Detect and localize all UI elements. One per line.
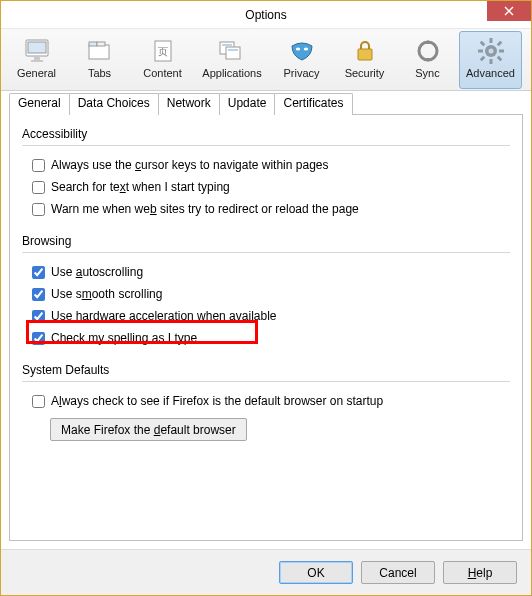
category-label: Privacy — [283, 68, 319, 79]
checkbox[interactable] — [32, 181, 45, 194]
category-label: Tabs — [88, 68, 111, 79]
category-label: General — [17, 68, 56, 79]
svg-rect-2 — [34, 57, 40, 60]
category-security[interactable]: Security — [333, 31, 396, 89]
svg-rect-10 — [226, 47, 240, 59]
svg-rect-24 — [496, 41, 502, 47]
svg-rect-12 — [228, 49, 238, 51]
svg-rect-22 — [479, 41, 485, 47]
option-label: Always check to see if Firefox is the de… — [51, 392, 383, 410]
option-label: Search for text when I start typing — [51, 178, 230, 196]
window-title: Options — [245, 8, 286, 22]
svg-rect-3 — [31, 60, 43, 62]
svg-rect-25 — [479, 56, 485, 62]
checkbox[interactable] — [32, 203, 45, 216]
option-hw-accel[interactable]: Use hardware acceleration when available — [22, 305, 510, 327]
option-label: Use smooth scrolling — [51, 285, 162, 303]
svg-rect-11 — [222, 44, 232, 46]
subtab-general[interactable]: General — [9, 93, 70, 115]
sync-icon — [413, 36, 443, 66]
option-label: Check my spelling as I type — [51, 329, 197, 347]
document-icon: 页 — [148, 36, 178, 66]
svg-rect-18 — [489, 38, 492, 43]
subtab-strip: General Data Choices Network Update Cert… — [9, 93, 523, 115]
option-label: Use hardware acceleration when available — [51, 307, 276, 325]
checkbox[interactable] — [32, 266, 45, 279]
subtab-network[interactable]: Network — [158, 93, 220, 115]
option-warn-redirect[interactable]: Warn me when web sites try to redirect o… — [22, 198, 510, 220]
option-default-browser-check[interactable]: Always check to see if Firefox is the de… — [22, 390, 510, 412]
svg-rect-5 — [89, 42, 97, 46]
checkbox[interactable] — [32, 159, 45, 172]
cancel-button[interactable]: Cancel — [361, 561, 435, 584]
svg-rect-23 — [496, 56, 502, 62]
category-tabs[interactable]: Tabs — [68, 31, 131, 89]
tabs-icon — [85, 36, 115, 66]
category-toolbar: General Tabs 页 Content Applications Priv… — [1, 29, 531, 91]
category-label: Advanced — [466, 68, 515, 79]
svg-text:页: 页 — [158, 46, 168, 57]
checkbox[interactable] — [32, 332, 45, 345]
svg-point-26 — [488, 49, 493, 54]
option-cursor-keys[interactable]: Always use the cursor keys to navigate w… — [22, 154, 510, 176]
group-title: Browsing — [22, 234, 510, 248]
checkbox[interactable] — [32, 310, 45, 323]
svg-rect-20 — [478, 50, 483, 53]
titlebar: Options — [1, 1, 531, 29]
svg-point-16 — [419, 42, 437, 60]
make-default-button[interactable]: Make Firefox the default browser — [50, 418, 247, 441]
svg-point-13 — [295, 48, 299, 51]
svg-point-14 — [303, 48, 307, 51]
category-label: Applications — [202, 68, 261, 79]
content-area: General Data Choices Network Update Cert… — [9, 93, 523, 541]
svg-rect-15 — [358, 49, 372, 60]
option-label: Warn me when web sites try to redirect o… — [51, 200, 359, 218]
checkbox[interactable] — [32, 395, 45, 408]
category-applications[interactable]: Applications — [194, 31, 270, 89]
monitor-icon — [22, 36, 52, 66]
category-label: Content — [143, 68, 182, 79]
option-label: Use autoscrolling — [51, 263, 143, 281]
close-button[interactable] — [487, 1, 531, 21]
option-spell-check[interactable]: Check my spelling as I type — [22, 327, 510, 349]
option-label: Always use the cursor keys to navigate w… — [51, 156, 328, 174]
divider — [22, 381, 510, 382]
group-title: System Defaults — [22, 363, 510, 377]
divider — [22, 145, 510, 146]
subtab-certificates[interactable]: Certificates — [274, 93, 352, 115]
group-browsing: Browsing Use autoscrolling Use smooth sc… — [22, 234, 510, 349]
category-content[interactable]: 页 Content — [131, 31, 194, 89]
tab-panel: Accessibility Always use the cursor keys… — [9, 114, 523, 541]
group-accessibility: Accessibility Always use the cursor keys… — [22, 127, 510, 220]
lock-icon — [350, 36, 380, 66]
dialog-footer: OK Cancel Help — [1, 549, 531, 595]
category-label: Sync — [415, 68, 439, 79]
close-icon — [504, 6, 514, 16]
category-label: Security — [345, 68, 385, 79]
svg-rect-19 — [489, 59, 492, 64]
gear-icon — [476, 36, 506, 66]
divider — [22, 252, 510, 253]
checkbox[interactable] — [32, 288, 45, 301]
svg-rect-6 — [97, 42, 105, 46]
mask-icon — [287, 36, 317, 66]
option-smooth-scrolling[interactable]: Use smooth scrolling — [22, 283, 510, 305]
option-search-text[interactable]: Search for text when I start typing — [22, 176, 510, 198]
subtab-update[interactable]: Update — [219, 93, 276, 115]
svg-rect-1 — [28, 42, 46, 53]
category-sync[interactable]: Sync — [396, 31, 459, 89]
category-privacy[interactable]: Privacy — [270, 31, 333, 89]
category-advanced[interactable]: Advanced — [459, 31, 522, 89]
svg-rect-4 — [89, 45, 109, 59]
ok-button[interactable]: OK — [279, 561, 353, 584]
help-button[interactable]: Help — [443, 561, 517, 584]
subtab-data-choices[interactable]: Data Choices — [69, 93, 159, 115]
option-autoscrolling[interactable]: Use autoscrolling — [22, 261, 510, 283]
group-system-defaults: System Defaults Always check to see if F… — [22, 363, 510, 441]
applications-icon — [217, 36, 247, 66]
group-title: Accessibility — [22, 127, 510, 141]
svg-rect-21 — [499, 50, 504, 53]
category-general[interactable]: General — [5, 31, 68, 89]
